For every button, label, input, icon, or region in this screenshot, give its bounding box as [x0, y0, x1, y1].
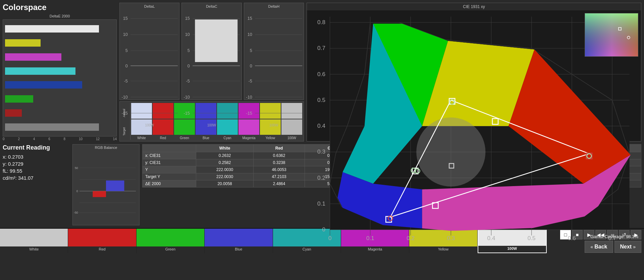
svg-text:10: 10 [247, 32, 252, 37]
chromaticity-small-svg [585, 13, 638, 57]
svg-text:0.6: 0.6 [317, 71, 325, 77]
svg-text:0: 0 [322, 226, 325, 233]
table-row-label: x: CIE31 [143, 152, 196, 159]
table-cell: 47.2103 [253, 173, 305, 180]
color-bar-item[interactable]: White [0, 229, 68, 253]
svg-text:0.1: 0.1 [317, 200, 325, 207]
bar-x-label: 2 [18, 137, 20, 141]
bar-x-label: 4 [33, 137, 35, 141]
svg-text:10: 10 [185, 32, 190, 37]
svg-text:-15: -15 [184, 111, 190, 116]
bar-row [5, 38, 114, 48]
rgb-balance-inner: 50 0 -50 [73, 151, 139, 225]
svg-rect-28 [195, 19, 238, 62]
bar-row [5, 94, 114, 104]
top-row: Colorspace DeltaE 2000 02468101214 Delta… [0, 0, 644, 144]
current-reading-panel: Current Reading x: 0.2703 y: 0.2729 fL: … [3, 144, 70, 225]
swatch-label: Cyan [223, 136, 231, 140]
chromaticity-small [585, 13, 638, 57]
svg-text:0.4: 0.4 [317, 122, 325, 129]
table-header: Red [253, 145, 305, 152]
color-bar-label: Red [99, 246, 105, 252]
svg-text:0.7: 0.7 [317, 45, 325, 51]
bar-chart [3, 19, 117, 136]
bar-row [5, 80, 114, 90]
table-row-label: y: CIE31 [143, 159, 196, 166]
svg-rect-112 [106, 180, 124, 191]
color-bar-swatch [205, 229, 272, 246]
svg-text:0: 0 [187, 64, 190, 68]
svg-text:0: 0 [125, 64, 128, 68]
delta-h-svg: 15 10 5 0 -5 -10 -15 [246, 9, 302, 123]
svg-text:10: 10 [123, 32, 128, 37]
main-container: Colorspace DeltaE 2000 02468101214 Delta… [0, 0, 644, 280]
reading-cdm2: cd/m²: 341.07 [3, 175, 70, 181]
table-header: White [196, 145, 254, 152]
svg-text:0: 0 [328, 235, 332, 241]
svg-text:15: 15 [185, 16, 190, 21]
gamut-coverage: Gamut Coverage: 98.3% [590, 234, 638, 239]
bar-row [5, 66, 114, 76]
bar [5, 67, 75, 75]
table-row-label: Target Y [143, 173, 196, 180]
bar [5, 123, 99, 131]
table-cell: 0.2582 [196, 159, 254, 166]
swatch-label: Red [160, 136, 166, 140]
bar [5, 53, 61, 61]
bar-row [5, 24, 114, 34]
color-bar-item[interactable]: Red [68, 229, 136, 253]
bar [5, 81, 82, 89]
color-bar-label: Cyan [303, 246, 311, 252]
next-button[interactable]: Next » [614, 241, 641, 253]
rgb-balance-panel: RGB Balance 50 0 -50 [72, 144, 140, 225]
swatch-label: Blue [203, 136, 209, 140]
table-cell: 222.0030 [196, 173, 254, 180]
color-bar-label: Blue [235, 246, 242, 252]
svg-text:-10: -10 [246, 95, 252, 100]
actual-label: Actual [122, 107, 126, 117]
delta-l-svg: 15 10 5 0 -5 -10 -15 [121, 9, 178, 123]
table-cell: 0.3238 [253, 159, 305, 166]
svg-text:-10: -10 [121, 95, 127, 100]
target-label: Target [122, 126, 126, 135]
color-bar-label: White [29, 246, 39, 252]
reading-x: x: 0.2703 [3, 154, 70, 160]
color-bar-item[interactable]: Green [137, 229, 205, 253]
bar-row [5, 52, 114, 62]
svg-text:15: 15 [123, 16, 128, 21]
table-row-label: Y [143, 166, 196, 173]
color-bar-label: 100W [507, 246, 517, 251]
svg-text:0.4: 0.4 [487, 235, 495, 241]
svg-text:0: 0 [250, 64, 252, 68]
color-bar-item[interactable]: Blue [205, 229, 273, 253]
color-bar-swatch [68, 229, 136, 246]
svg-text:-5: -5 [124, 79, 127, 83]
next-chevron-icon: » [633, 244, 636, 249]
bar-x-label: 14 [113, 137, 117, 141]
back-button[interactable]: « Back [585, 241, 613, 253]
svg-text:0.6: 0.6 [568, 235, 576, 241]
table-cell: 222.0030 [196, 166, 254, 173]
svg-text:0.2: 0.2 [407, 235, 415, 241]
back-label: Back [594, 244, 607, 250]
table-cell: 46.0053 [253, 166, 305, 173]
svg-text:0.2: 0.2 [317, 174, 325, 181]
svg-text:50: 50 [75, 166, 78, 170]
svg-text:0.1: 0.1 [366, 235, 374, 241]
swatch-label: Green [180, 136, 189, 140]
svg-text:-10: -10 [184, 95, 190, 100]
svg-text:5: 5 [125, 48, 128, 53]
svg-text:5: 5 [250, 48, 252, 53]
table-cell: 2.4864 [253, 180, 305, 187]
delta-c-svg: 15 10 5 0 -5 -10 -15 [183, 9, 240, 123]
bar-x-label: 12 [96, 137, 100, 141]
reading-y: y: 0.2729 [3, 161, 70, 167]
swatch-label: White [137, 136, 146, 140]
bar [5, 109, 22, 117]
color-bar-swatch [0, 229, 68, 246]
deltae-label: DeltaE 2000 [3, 14, 117, 18]
next-label: Next [620, 244, 632, 250]
svg-text:-5: -5 [186, 79, 190, 83]
bar-x-axis: 02468101214 [3, 136, 117, 142]
bar [5, 95, 33, 103]
